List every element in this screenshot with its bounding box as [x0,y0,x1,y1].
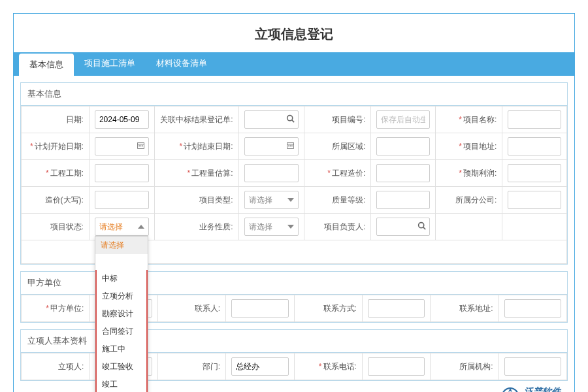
input-branch[interactable] [508,191,561,209]
input-cost[interactable] [376,164,430,182]
dropdown-option[interactable]: 中标 [97,270,146,287]
section-header-basic: 基本信息 [21,83,567,106]
label-duration: 工程工期: [46,169,84,178]
label-contact-addr: 联系地址: [431,295,498,322]
label-party-a-unit: 甲方单位: [46,304,84,313]
label-cost-cn: 造价(大写): [22,187,90,214]
input-plan-start[interactable] [95,137,149,155]
brand-logo-icon [500,386,520,392]
label-region: 所属区域: [304,133,370,160]
label-profit: 预期利润: [459,169,497,178]
input-estimate[interactable] [244,164,299,182]
input-project-no[interactable] [376,110,430,129]
dropdown-option[interactable]: 立项分析 [97,287,146,305]
label-applicant: 立项人: [22,353,90,380]
select-status[interactable]: 请选择 [95,218,149,236]
label-cost: 工程造价: [327,169,365,178]
label-project-no: 项目编号: [304,106,370,133]
label-contact: 联系人: [157,295,225,322]
brand-watermark: 泛普软件 www.fanpusoft.com [500,386,586,392]
label-contact-way: 联系方式: [294,295,362,322]
brand-name: 泛普软件 [524,386,561,392]
dropdown-option[interactable]: 施工中 [97,340,146,358]
tab-basic-info[interactable]: 基本信息 [19,54,74,76]
label-bid-link: 关联中标结果登记单: [155,106,238,133]
input-dept[interactable] [231,357,288,376]
input-cost-cn[interactable] [95,191,149,209]
input-date[interactable] [95,110,149,129]
input-bid-link[interactable] [244,110,299,129]
select-project-type[interactable]: 请选择 [244,191,299,209]
input-owner[interactable] [376,218,430,236]
input-phone[interactable] [368,357,425,376]
page-frame: 立项信息登记 基本信息 项目施工清单 材料设备清单 基本信息 日期: 关联中标结… [13,13,575,392]
input-contact[interactable] [231,299,288,318]
dropdown-option[interactable]: 竣工验收 [97,358,146,376]
tab-material-list[interactable]: 材料设备清单 [146,52,218,76]
input-plan-end[interactable] [244,137,299,155]
label-estimate: 工程量估算: [188,169,233,178]
label-dept: 部门: [157,353,225,380]
select-biz-nature[interactable]: 请选择 [244,218,299,236]
section-basic-info: 基本信息 日期: 关联中标结果登记单: 项目编号: 项目名称: [20,82,568,265]
page-title: 立项信息登记 [14,14,574,52]
input-quality[interactable] [376,191,430,209]
input-duration[interactable] [95,164,149,182]
basic-form-table: 日期: 关联中标结果登记单: 项目编号: 项目名称: 计划开始 [21,106,567,264]
dropdown-option[interactable]: 合同签订 [97,323,146,340]
content-area: 基本信息 日期: 关联中标结果登记单: 项目编号: 项目名称: [14,76,574,392]
input-contact-addr[interactable] [504,299,561,318]
dropdown-option-placeholder[interactable]: 请选择 [95,237,148,254]
caret-down-icon [287,198,294,202]
label-phone: 联系电话: [319,362,357,371]
tab-construction-list[interactable]: 项目施工清单 [74,52,146,76]
caret-up-icon [138,225,144,229]
input-project-name[interactable] [508,110,561,129]
label-branch: 所属分公司: [435,187,502,214]
tab-bar: 基本信息 项目施工清单 材料设备清单 [14,52,574,76]
label-status: 项目状态: [22,214,90,240]
input-contact-way[interactable] [368,299,425,318]
caret-down-icon [287,225,294,229]
label-project-type: 项目类型: [155,187,238,214]
label-project-addr: 项目地址: [459,142,497,151]
label-plan-end: 计划结束日期: [180,142,233,151]
label-plan-start: 计划开始日期: [30,142,84,151]
input-profit[interactable] [508,164,561,182]
dropdown-option[interactable]: 勘察设计 [97,305,146,323]
label-quality: 质量等级: [304,187,370,214]
label-project-name: 项目名称: [459,115,497,124]
input-project-addr[interactable] [508,137,561,155]
label-date: 日期: [22,106,90,133]
input-region[interactable] [376,137,430,155]
label-biz-nature: 业务性质: [155,214,238,240]
dropdown-option[interactable]: 竣工 [97,376,146,392]
label-owner: 项目负责人: [304,214,370,240]
label-org: 所属机构: [431,353,498,380]
input-org[interactable] [504,357,561,376]
status-dropdown: 请选择 中标 立项分析 勘察设计 合同签订 施工中 竣工验收 竣工 [95,236,148,392]
